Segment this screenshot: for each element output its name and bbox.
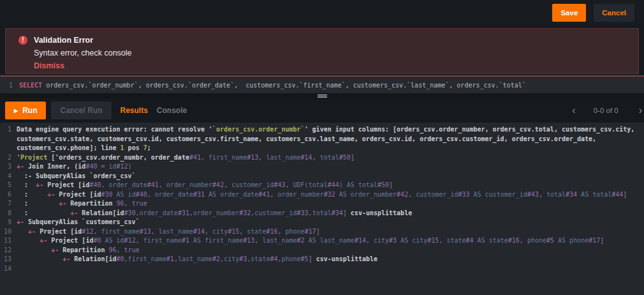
code-segment: order_date bbox=[155, 191, 193, 198]
console-line-number: 10 bbox=[0, 227, 11, 237]
code-segment: #17 bbox=[589, 237, 600, 244]
console-line-text: :- SubqueryAlias `orders_csv` bbox=[17, 172, 644, 181]
code-segment: `orders_csv.order_numbr` bbox=[212, 126, 305, 133]
code-segment: #40 bbox=[136, 191, 147, 198]
code-segment: : bbox=[17, 209, 70, 216]
code-segment: +- bbox=[62, 255, 70, 262]
code-segment: , bbox=[439, 237, 446, 244]
validation-error-banner: ! Validation Error Syntax error, check c… bbox=[5, 28, 639, 74]
code-segment bbox=[17, 228, 28, 235]
code-segment: +- bbox=[51, 246, 59, 253]
console-line-number: 13 bbox=[0, 255, 11, 264]
code-segment: : bbox=[17, 200, 59, 207]
console-line: 11 +- Project [id#0 AS id#12, first_name… bbox=[0, 236, 644, 246]
code-segment: #31 bbox=[178, 209, 189, 216]
validation-error-title: Validation Error bbox=[34, 34, 132, 47]
code-segment: #40 bbox=[85, 163, 97, 170]
validation-error-message: Syntax error, check console bbox=[34, 47, 132, 59]
run-button[interactable]: ▶ Run bbox=[5, 102, 46, 119]
code-segment: #14 bbox=[301, 154, 312, 161]
code-segment: ) AS total bbox=[339, 181, 377, 188]
code-segment: csv-unsplittable bbox=[312, 255, 377, 262]
code-segment: AS first_name bbox=[189, 237, 243, 244]
code-segment: #34 bbox=[332, 209, 343, 216]
error-exclamation-icon: ! bbox=[18, 36, 27, 45]
console-output[interactable]: 1Data engine query execution error: cann… bbox=[0, 123, 644, 295]
code-segment: , bbox=[205, 228, 212, 235]
play-icon: ▶ bbox=[14, 108, 18, 114]
code-segment: #4 bbox=[270, 255, 277, 262]
code-segment: AS state bbox=[474, 237, 508, 244]
code-segment: , bbox=[258, 154, 266, 161]
cancel-run-button[interactable]: Cancel Run bbox=[51, 102, 111, 119]
splitter-grip-icon[interactable] bbox=[318, 95, 327, 98]
code-segment: first_name bbox=[101, 228, 139, 235]
code-segment: , bbox=[101, 181, 108, 188]
code-segment bbox=[17, 246, 51, 253]
code-segment: = bbox=[97, 163, 108, 170]
code-segment: ,state bbox=[247, 255, 270, 262]
code-segment: #43 bbox=[274, 181, 285, 188]
code-segment: #12 bbox=[124, 237, 136, 244]
code-segment: , bbox=[159, 181, 166, 188]
code-segment: AS last_name bbox=[305, 237, 355, 244]
console-line: 1Data engine query execution error: cann… bbox=[0, 125, 644, 153]
code-segment: total bbox=[320, 154, 339, 161]
code-segment: #3 bbox=[239, 255, 247, 262]
run-button-label: Run bbox=[22, 106, 37, 115]
code-segment: #2 bbox=[297, 237, 305, 244]
code-segment: +- bbox=[70, 209, 78, 216]
code-segment: UDF(total bbox=[293, 181, 328, 188]
code-segment: AS total bbox=[577, 191, 611, 198]
validation-error-body: Validation Error Syntax error, check con… bbox=[34, 34, 132, 73]
pagination-prev-icon[interactable]: ‹ bbox=[571, 105, 576, 116]
code-segment: +- bbox=[28, 228, 36, 235]
console-line: 12 +- Repartition 96, true bbox=[0, 246, 644, 255]
code-segment: , bbox=[239, 228, 247, 235]
console-line: 14 bbox=[0, 264, 644, 274]
code-segment: #30 bbox=[124, 209, 136, 216]
code-segment: ,phone bbox=[277, 255, 300, 262]
tab-console[interactable]: Console bbox=[157, 106, 187, 115]
code-segment: #50 bbox=[339, 154, 351, 161]
console-line: 4 :- SubqueryAlias `orders_csv` bbox=[0, 172, 644, 181]
code-segment: #3 bbox=[389, 237, 397, 244]
console-line-text: Data engine query execution error: canno… bbox=[17, 125, 644, 153]
code-segment: AS order_number bbox=[335, 191, 397, 198]
code-segment: #14 bbox=[193, 228, 205, 235]
code-segment: orders_csv.`order_numbr`, orders_csv.`or… bbox=[42, 82, 526, 89]
code-segment: last_name bbox=[262, 237, 296, 244]
code-segment bbox=[17, 237, 40, 244]
code-segment: #33 bbox=[297, 209, 309, 216]
code-segment: : bbox=[17, 181, 36, 188]
panel-splitter[interactable] bbox=[0, 93, 644, 98]
code-segment: +- bbox=[47, 191, 55, 198]
sql-editor[interactable]: 1 SELECT orders_csv.`order_numbr`, order… bbox=[0, 75, 644, 93]
pagination-next-icon[interactable]: › bbox=[638, 105, 643, 116]
code-segment: #16 bbox=[508, 237, 520, 244]
sql-editor-line[interactable]: SELECT orders_csv.`order_numbr`, orders_… bbox=[19, 82, 526, 89]
code-segment: , bbox=[201, 154, 209, 161]
code-segment: ,city bbox=[220, 255, 239, 262]
console-line: 3+- Join Inner, (id#40 = id#12) bbox=[0, 162, 644, 172]
code-segment: #13 bbox=[243, 237, 254, 244]
save-button[interactable]: Save bbox=[552, 4, 586, 22]
code-segment: , bbox=[124, 200, 132, 207]
code-segment: #15 bbox=[228, 228, 239, 235]
code-segment: ,first_name bbox=[124, 255, 166, 262]
code-segment: AS phone bbox=[554, 237, 589, 244]
cancel-button[interactable]: Cancel bbox=[594, 4, 634, 22]
code-segment: #44 bbox=[328, 181, 339, 188]
tab-results[interactable]: Results bbox=[121, 106, 148, 115]
code-segment: #13 bbox=[140, 228, 151, 235]
console-line: 2'Project ['orders_csv.order_numbr, orde… bbox=[0, 153, 644, 163]
pagination-label: 0-0 of 0 bbox=[594, 107, 618, 114]
console-line: 10 +- Project [id#12, first_name#13, las… bbox=[0, 227, 644, 237]
code-segment: #43 bbox=[527, 191, 539, 198]
dismiss-link[interactable]: Dismiss bbox=[34, 59, 132, 73]
console-line-text: : +- Project [id#40, order_date#41, orde… bbox=[17, 181, 644, 190]
code-segment: Project [id bbox=[36, 228, 82, 235]
code-segment: ] bbox=[351, 154, 355, 161]
code-segment bbox=[17, 255, 62, 262]
code-segment: Relation[id bbox=[78, 209, 124, 216]
